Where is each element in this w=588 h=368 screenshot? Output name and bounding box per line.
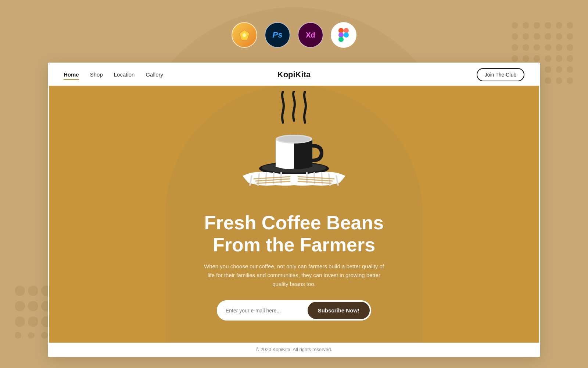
svg-rect-7 [338,37,344,42]
nav-shop[interactable]: Shop [90,71,103,78]
footer-text: © 2020 KopiKita. All rights reserved. [256,347,332,352]
svg-rect-5 [338,32,344,38]
email-form: Subscribe Now! [217,300,371,321]
nav-location[interactable]: Location [114,71,135,78]
brand-suffix: Kita [295,70,311,79]
brand-logo: KopiKita [277,70,311,79]
footer: © 2020 KopiKita. All rights reserved. [49,343,539,356]
hero-title: Fresh Coffee Beans From the Farmers [202,212,386,256]
nav-gallery[interactable]: Gallery [146,71,163,78]
photoshop-icon[interactable]: Ps [265,22,290,48]
brand-prefix: Kopi [277,70,295,79]
svg-point-11 [278,136,310,142]
nav-links: Home Shop Location Gallery [64,71,163,78]
xd-icon[interactable]: Xd [298,22,323,48]
sketch-icon[interactable] [232,22,257,48]
nav-home[interactable]: Home [64,71,79,78]
website-frame: Home Shop Location Gallery KopiKita Join… [48,63,540,357]
email-input[interactable] [217,300,306,321]
join-club-button[interactable]: Join The Club [477,68,524,81]
bg-dots-left [15,286,49,339]
svg-point-6 [344,32,349,38]
figma-icon[interactable] [331,22,356,48]
svg-rect-3 [338,28,344,33]
hero-subtitle: When you choose our coffee, not only can… [202,262,386,289]
subscribe-button[interactable]: Subscribe Now! [308,302,370,319]
navbar: Home Shop Location Gallery KopiKita Join… [49,64,539,86]
svg-rect-4 [344,28,349,33]
tool-icons-row: Ps Xd [232,22,356,48]
hero-section: Fresh Coffee Beans From the Farmers When… [49,86,539,343]
coffee-illustration [232,91,356,209]
hero-content: Fresh Coffee Beans From the Farmers When… [202,212,386,321]
